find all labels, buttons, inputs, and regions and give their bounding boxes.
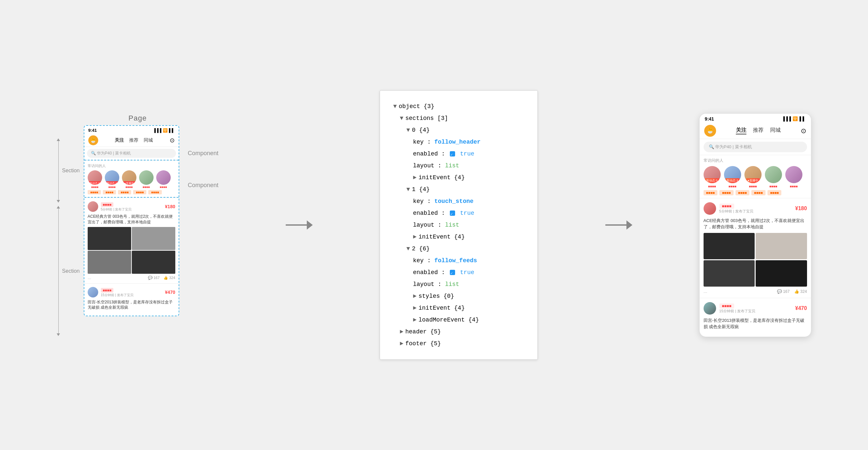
code-tree-panel: object {3} sections [3] 0 {4} key : foll… — [380, 90, 538, 360]
wireframe-feed-card-1: ■■■■ 5分钟前 | 发布了宝贝 ¥180 ACE经典方管 003色号，就用过… — [84, 198, 179, 283]
right-status-bar: 9:41 ▐▐▐ 🛜 ▌▌ — [700, 114, 811, 123]
arrow-middle-to-right — [599, 218, 638, 232]
component-label-1: Component — [188, 150, 218, 157]
right-feed-card-2: ■■■■ 15分钟前 | 发布了宝贝 ¥470 田宫-长空2013拼装模型，是老… — [700, 298, 811, 337]
arrow-left-to-middle — [279, 218, 319, 232]
right-phone-panel: 9:41 ▐▐▐ 🛜 ▌▌ 🐣 关注 推荐 同城 ⊙ 🔍 华为P40 | 菜卡相… — [699, 113, 811, 337]
wireframe-feed-card-2: ■■■■ 15分钟前 | 发布了宝贝 ¥470 田宫-长空2013拼装模型，是老… — [84, 283, 179, 316]
right-freq-users-section: 常访问的人 新动态·5 ■■■■ 新动态·3 ■■■■ ●直播中 — [700, 155, 811, 198]
right-feed-avatar-2 — [704, 302, 716, 315]
left-wireframe-panel: Page Section — [57, 114, 218, 336]
right-search-bar[interactable]: 🔍 华为P40 | 菜卡相机 — [704, 142, 807, 152]
wireframe-freq-users: 常访问的人 新动态·5 ■■■■ 新动态·3 ■■■■ — [84, 160, 179, 198]
right-freq-user-2[interactable]: 新动态·3 ■■■■ — [724, 166, 741, 188]
right-freq-user-4[interactable]: ■■■■ — [765, 166, 782, 188]
right-nav-avatar: 🐣 — [704, 125, 716, 137]
component-label-2: Component — [188, 182, 218, 189]
right-feed-card-1: ■■■■ 5分钟前 | 发布了宝贝 ¥180 ACE经典方管 003色号，就用过… — [700, 198, 811, 298]
right-feed-avatar-1 — [704, 202, 716, 215]
right-freq-user-1[interactable]: 新动态·5 ■■■■ — [704, 166, 721, 188]
right-nav-bar: 🐣 关注 推荐 同城 ⊙ — [700, 123, 811, 139]
tree-root: object {3} — [393, 100, 524, 112]
nav-avatar: 🐣 — [88, 135, 98, 145]
section-label-1: Section — [62, 168, 80, 173]
page-label: Page — [128, 114, 147, 123]
wireframe-search-bar: 🔍 华为P40 | 菜卡相机 — [87, 149, 176, 158]
wireframe-feed-section: ■■■■ 5分钟前 | 发布了宝贝 ¥180 ACE经典方管 003色号，就用过… — [84, 198, 179, 316]
tree-sections: sections [3] — [393, 112, 524, 124]
right-nav-tabs: 关注 推荐 同城 — [736, 127, 781, 134]
nav-tabs: 关注 推荐 同城 — [115, 137, 153, 143]
right-freq-user-5[interactable]: ■■■■ — [785, 166, 802, 188]
wireframe-nav-bar: 🐣 关注 推荐 同城 ⊙ — [84, 134, 179, 147]
wireframe-status-bar: 9:41 ▐▐▐ 🛜 ▌▌ — [84, 126, 179, 134]
right-freq-user-3[interactable]: ●直播中 ■■■■ — [744, 166, 762, 188]
section-label-2: Section — [62, 268, 80, 274]
